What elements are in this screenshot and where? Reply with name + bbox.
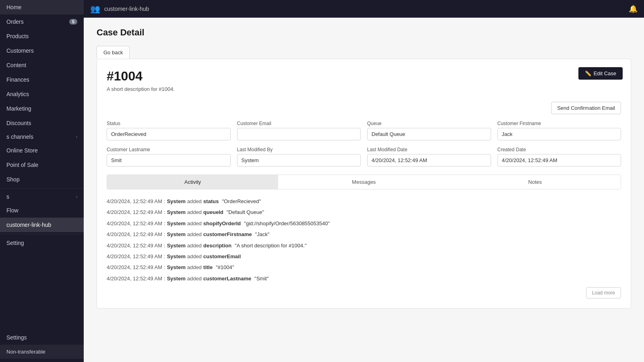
tab-notes[interactable]: Notes [450,175,621,189]
activity-separator: : [164,274,165,283]
activity-separator: : [164,197,165,206]
sidebar-channel-point-of-sale[interactable]: Point of Sale [0,158,84,172]
activity-timestamp: 4/20/2024, 12:52:49 AM [107,208,162,217]
field-input-last-modified-by[interactable] [237,154,361,167]
sidebar-channels-label: s channels [6,134,33,140]
activity-action: added [187,263,202,272]
field-input-queue[interactable] [367,128,491,140]
activity-value: "A short description for #1004." [235,241,306,250]
sidebar-channel-online-store[interactable]: Online Store [0,143,84,158]
sidebar-bottom-setting[interactable]: Setting [0,236,84,250]
hub-icon: 👥 [90,4,100,14]
sidebar-channel-shop[interactable]: Shop [0,172,84,187]
activity-log: 4/20/2024, 12:52:49 AM : System added st… [107,196,621,284]
activity-row: 4/20/2024, 12:52:49 AM : System added cu… [107,229,621,240]
activity-action: added [187,274,202,283]
sidebar-apps-list: Flowcustomer-link-hub [0,203,84,232]
field-label-queue: Queue [367,121,491,126]
sidebar-item-customers[interactable]: Customers [0,43,84,58]
activity-separator: : [164,252,165,261]
sidebar-item-label-orders: Orders [6,19,24,25]
page-title: Case Detail [97,27,631,38]
activity-field: description [203,241,231,250]
activity-row: 4/20/2024, 12:52:49 AM : System added ti… [107,262,621,273]
field-input-customer-lastname[interactable] [107,154,231,167]
field-input-status[interactable] [107,128,231,140]
sidebar-channels-header[interactable]: s channels › [0,130,84,143]
sidebar-item-home[interactable]: Home [0,0,84,14]
sidebar-item-settings[interactable]: Settings [0,330,84,345]
chevron-right-icon-2: › [76,195,77,199]
sidebar-app-label-customer-link-hub: customer-link-hub [6,222,51,228]
field-label-status: Status [107,121,231,126]
activity-value: "gid://shopify/Order/5630855053540" [244,219,330,228]
sidebar-apps-section: s › [0,190,84,203]
sidebar-apps-header[interactable]: s › [0,190,84,203]
sidebar-channels-section: s channels › [0,130,84,143]
sidebar-item-label-home: Home [6,4,21,10]
activity-field: title [203,263,213,272]
sidebar-item-orders[interactable]: Orders5 [0,14,84,29]
activity-action: added [187,252,202,261]
field-input-customer-email[interactable] [237,128,361,140]
load-more-button[interactable]: Load more [586,287,621,298]
activity-timestamp: 4/20/2024, 12:52:49 AM [107,252,162,261]
bell-icon[interactable]: 🔔 [629,4,638,13]
sidebar-item-products[interactable]: Products [0,29,84,43]
field-label-customer-firstname: Customer Firstname [497,121,621,126]
sidebar-apps-label: s [6,193,9,200]
send-confirmation-button[interactable]: Send Confirmation Email [551,102,621,114]
sidebar-item-label-products: Products [6,33,29,39]
activity-actor: System [167,252,186,261]
sidebar-app-flow[interactable]: Flow [0,203,84,218]
sidebar-item-non-transferable[interactable]: Non-transferable [0,345,84,359]
activity-timestamp: 4/20/2024, 12:52:49 AM [107,219,162,228]
activity-separator: : [164,241,165,250]
sidebar-item-content[interactable]: Content [0,58,84,72]
field-label-customer-lastname: Customer Lastname [107,147,231,152]
send-confirmation-row: Send Confirmation Email [107,102,621,121]
activity-separator: : [164,230,165,239]
edit-case-button[interactable]: ✏️ Edit Case [578,67,623,80]
edit-icon: ✏️ [585,70,591,76]
activity-action: added [187,230,202,239]
tab-messages[interactable]: Messages [278,175,449,189]
go-back-button[interactable]: Go back [97,46,130,59]
activity-field: customerEmail [203,252,241,261]
activity-value: "Smit" [254,274,268,283]
tab-activity[interactable]: Activity [107,175,278,189]
sidebar-nav: HomeOrders5ProductsCustomersContentFinan… [0,0,84,130]
activity-actor: System [167,208,186,217]
sidebar-item-marketing[interactable]: Marketing [0,101,84,116]
sidebar-item-finances[interactable]: Finances [0,72,84,87]
field-group-created-date: Created Date [497,147,621,167]
sidebar-app-label-flow: Flow [6,207,19,214]
activity-action: added [187,208,202,217]
sidebar-non-transferable-label: Non-transferable [6,349,45,355]
field-group-customer-email: Customer Email [237,121,361,140]
sidebar-bottom: Setting [0,236,84,250]
field-label-last-modified-by: Last Modified By [237,147,361,152]
activity-field: status [203,197,219,206]
field-input-created-date[interactable] [497,154,621,167]
sidebar-item-label-finances: Finances [6,76,29,83]
activity-row: 4/20/2024, 12:52:49 AM : System added cu… [107,273,621,284]
sidebar-item-analytics[interactable]: Analytics [0,87,84,101]
main-area: 👥 customer-link-hub 🔔 Case Detail Go bac… [84,0,644,362]
sidebar-channels-list: Online StorePoint of SaleShop [0,143,84,187]
activity-timestamp: 4/20/2024, 12:52:49 AM [107,263,162,272]
case-description: A short description for #1004. [107,86,621,92]
field-input-customer-firstname[interactable] [497,128,621,140]
topbar: 👥 customer-link-hub 🔔 [84,0,644,18]
field-input-last-modified-date[interactable] [367,154,491,167]
activity-value: "OrderRecieved" [222,197,261,206]
field-group-status: Status [107,121,231,140]
sidebar-app-customer-link-hub[interactable]: customer-link-hub [0,218,84,232]
activity-timestamp: 4/20/2024, 12:52:49 AM [107,241,162,250]
sidebar-item-discounts[interactable]: Discounts [0,116,84,130]
field-group-customer-firstname: Customer Firstname [497,121,621,140]
activity-separator: : [164,263,165,272]
field-label-created-date: Created Date [497,147,621,152]
activity-value: "#1004" [216,263,234,272]
field-label-customer-email: Customer Email [237,121,361,126]
